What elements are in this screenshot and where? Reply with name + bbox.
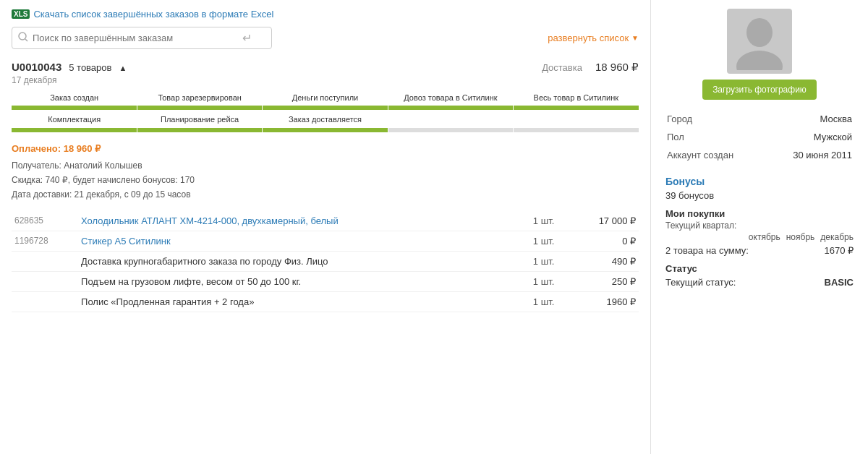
months-row: октябрь ноябрь декабрь — [665, 232, 854, 242]
bar-seg-b1 — [12, 128, 137, 132]
sidebar: Загрузить фотографию Город Москва Пол Му… — [651, 0, 868, 454]
svg-point-2 — [746, 18, 773, 47]
item-qty-cell: 1 шт. — [521, 271, 566, 291]
profile-info-table: Город Москва Пол Мужской Аккаунт создан … — [665, 110, 854, 164]
item-qty-cell: 1 шт. — [521, 291, 566, 312]
gender-value: Мужской — [752, 128, 854, 146]
item-name-cell[interactable]: Холодильник АТЛАНТ ХМ-4214-000, двухкаме… — [78, 211, 521, 231]
status-row: Текущий статус: BASIC — [665, 277, 854, 288]
sort-arrow-icon: ▲ — [119, 64, 127, 72]
avatar — [727, 9, 792, 74]
table-row: 1196728Стикер А5 Ситилинк1 шт.0 ₽ — [12, 231, 639, 251]
item-price-cell: 250 ₽ — [566, 271, 639, 291]
profile-account-created-row: Аккаунт создан 30 июня 2011 — [665, 146, 854, 164]
order-header: U0010043 5 товаров ▲ Доставка 18 960 ₽ — [12, 61, 639, 74]
table-row: 628635Холодильник АТЛАНТ ХМ-4214-000, дв… — [12, 211, 639, 231]
bar-seg-2 — [137, 106, 263, 110]
item-price-cell: 1960 ₽ — [566, 291, 639, 312]
step-label-3: Деньги поступили — [263, 93, 388, 103]
item-name-cell: Полис «Продленная гарантия + 2 года» — [78, 291, 521, 312]
item-id-cell — [12, 291, 78, 312]
step-label-b3: Заказ доставляется — [263, 114, 388, 124]
status-section: Статус Текущий статус: BASIC — [665, 263, 854, 288]
order-date: 17 декабря — [12, 75, 639, 85]
paid-label: Оплачено: — [12, 143, 61, 154]
city-label: Город — [665, 110, 752, 128]
month-oct: октябрь — [749, 232, 780, 242]
table-row: Подъем на грузовом лифте, весом от 50 до… — [12, 271, 639, 291]
step-label-4: Довоз товара в Ситилинк — [388, 93, 513, 103]
delivery-date-line: Дата доставки: 21 декабря, с 09 до 15 ча… — [12, 187, 639, 202]
search-enter-icon: ↵ — [242, 31, 252, 45]
step-label-1: Заказ создан — [12, 93, 137, 103]
bar-seg-4 — [388, 106, 514, 110]
progress-bottom-bar — [12, 128, 639, 132]
expand-list-button[interactable]: развернуть список ▼ — [548, 33, 639, 43]
excel-link-text: Скачать список завершённых заказов в фор… — [33, 9, 273, 20]
current-status-label: Текущий статус: — [665, 277, 736, 288]
order-total: 18 960 ₽ — [595, 61, 639, 74]
profile-gender-row: Пол Мужской — [665, 128, 854, 146]
step-label-b1: Комплектация — [12, 114, 137, 124]
items-table: 628635Холодильник АТЛАНТ ХМ-4214-000, дв… — [12, 211, 639, 312]
purchases-section: Мои покупки Текущий квартал: октябрь ноя… — [665, 208, 854, 256]
item-qty-cell: 1 шт. — [521, 231, 566, 251]
bar-seg-b4 — [388, 128, 514, 132]
bar-seg-b3 — [263, 128, 388, 132]
item-id-cell — [12, 271, 78, 291]
account-created-label: Аккаунт создан — [665, 146, 752, 164]
item-id-cell: 1196728 — [12, 231, 78, 251]
item-id-cell — [12, 251, 78, 271]
order-delivery-label: Доставка — [542, 62, 582, 73]
item-name-link[interactable]: Стикер А5 Ситилинк — [81, 236, 171, 247]
bar-seg-5 — [514, 106, 639, 110]
expand-arrow-icon: ▼ — [631, 34, 639, 42]
order-items-count: 5 товаров — [69, 62, 111, 73]
gender-label: Пол — [665, 128, 752, 146]
bonuses-count: 39 бонусов — [665, 190, 854, 201]
svg-point-0 — [19, 33, 26, 40]
step-label-5: Весь товар в Ситилинк — [514, 93, 639, 103]
purchases-summary: 2 товара на сумму: 1670 ₽ — [665, 245, 854, 256]
step-label-2: Товар зарезервирован — [137, 93, 262, 103]
discount-line: Скидка: 740 ₽, будет начислено бонусов: … — [12, 173, 639, 187]
search-box-container: ↵ — [12, 27, 272, 49]
search-row: ↵ развернуть список ▼ — [12, 27, 639, 49]
item-name-cell[interactable]: Стикер А5 Ситилинк — [78, 231, 521, 251]
item-qty-cell: 1 шт. — [521, 211, 566, 231]
table-row: Доставка крупногабаритного заказа по гор… — [12, 251, 639, 271]
item-name-cell: Доставка крупногабаритного заказа по гор… — [78, 251, 521, 271]
search-input[interactable] — [33, 33, 242, 43]
table-row: Полис «Продленная гарантия + 2 года»1 шт… — [12, 291, 639, 312]
item-name-cell: Подъем на грузовом лифте, весом от 50 до… — [78, 271, 521, 291]
profile-city-row: Город Москва — [665, 110, 854, 128]
paid-line: Оплачено: 18 960 ₽ — [12, 141, 639, 157]
account-created-value: 30 июня 2011 — [752, 146, 854, 164]
bar-seg-b5 — [514, 128, 639, 132]
item-price-cell: 490 ₽ — [566, 251, 639, 271]
progress-bottom-labels: Комплектация Планирование рейса Заказ до… — [12, 114, 639, 124]
order-block: U0010043 5 товаров ▲ Доставка 18 960 ₽ 1… — [12, 61, 639, 312]
quarter-label: Текущий квартал: — [665, 220, 854, 231]
progress-top-labels: Заказ создан Товар зарезервирован Деньги… — [12, 93, 639, 103]
month-dec: декабрь — [820, 232, 854, 242]
bar-seg-1 — [12, 106, 137, 110]
status-title: Статус — [665, 263, 854, 274]
progress-section: Заказ создан Товар зарезервирован Деньги… — [12, 93, 639, 132]
purchases-summary-label: 2 товара на сумму: — [665, 245, 749, 256]
avatar-section: Загрузить фотографию — [665, 9, 854, 100]
svg-point-3 — [736, 51, 783, 70]
purchases-title: Мои покупки — [665, 208, 854, 219]
excel-download-link[interactable]: XLS Скачать список завершённых заказов в… — [12, 9, 273, 20]
item-name-link[interactable]: Холодильник АТЛАНТ ХМ-4214-000, двухкаме… — [81, 215, 339, 226]
avatar-silhouette — [734, 12, 785, 70]
city-value: Москва — [752, 110, 854, 128]
recipient-line: Получатель: Анатолий Колышев — [12, 158, 639, 173]
order-id: U0010043 — [12, 61, 61, 73]
item-price-cell: 0 ₽ — [566, 231, 639, 251]
item-price-cell: 17 000 ₽ — [566, 211, 639, 231]
item-qty-cell: 1 шт. — [521, 251, 566, 271]
bar-seg-3 — [263, 106, 388, 110]
bonuses-title: Бонусы — [665, 176, 854, 187]
upload-photo-button[interactable]: Загрузить фотографию — [702, 80, 817, 100]
